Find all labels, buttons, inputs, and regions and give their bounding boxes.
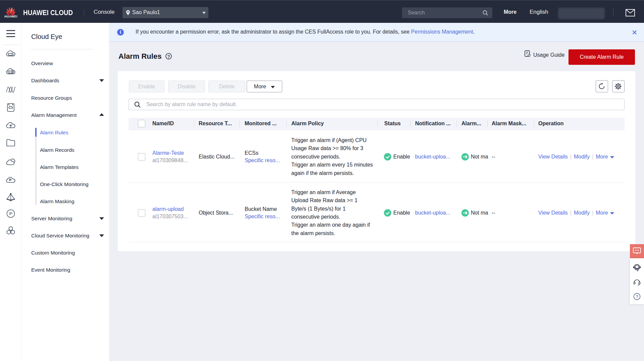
svg-text:?: ? xyxy=(636,294,638,299)
svg-text:IP: IP xyxy=(9,212,12,216)
